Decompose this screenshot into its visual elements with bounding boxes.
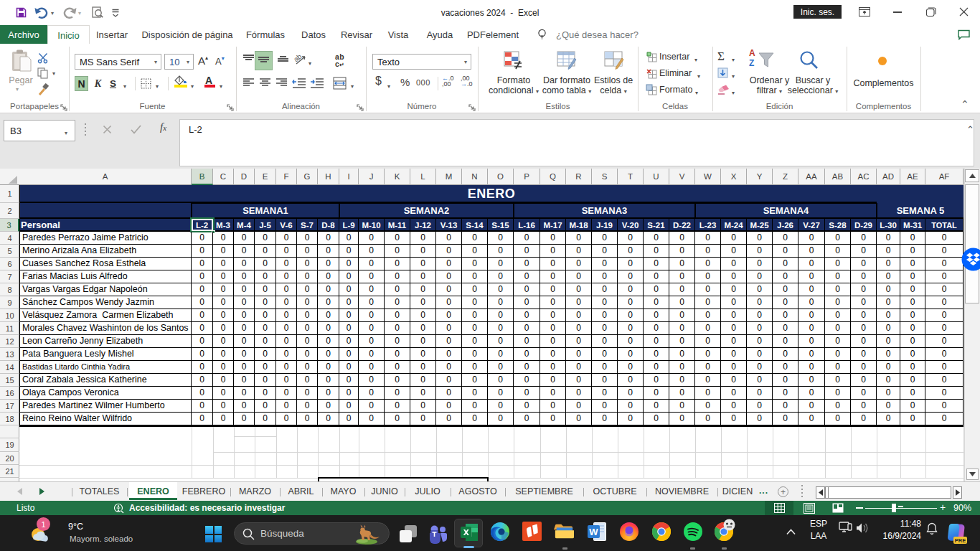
svg-text:W: W xyxy=(589,527,598,537)
